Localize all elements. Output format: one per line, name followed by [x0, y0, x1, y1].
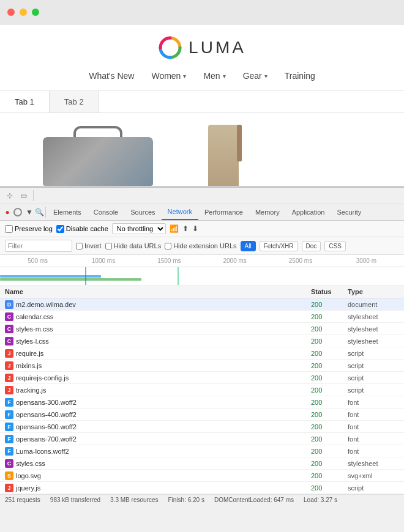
invert-checkbox[interactable]	[76, 243, 83, 249]
file-name: opensans-700.woff2	[16, 435, 77, 443]
maximize-dot[interactable]	[32, 9, 39, 16]
table-row[interactable]: F opensans-400.woff2 200 font	[0, 408, 404, 421]
table-row[interactable]: F opensans-600.woff2 200 font	[0, 421, 404, 433]
file-type-icon: J	[5, 386, 13, 394]
preserve-log-label[interactable]: Preserve log	[5, 225, 53, 233]
file-type-icon: J	[5, 349, 13, 358]
status-code: 200	[306, 385, 343, 395]
sep2	[45, 207, 46, 218]
nav-item-women[interactable]: Women ▾	[151, 68, 186, 83]
nav-item-men[interactable]: Men ▾	[203, 68, 225, 83]
status-code: 200	[306, 422, 343, 432]
status-code: 200	[306, 459, 343, 468]
file-type-icon: F	[5, 398, 13, 407]
download-icon[interactable]: ⬇	[192, 224, 198, 233]
devtools-tab-network[interactable]: Network	[162, 204, 198, 220]
table-row[interactable]: C calendar.css 200 stylesheet	[0, 311, 404, 323]
devtools-tab-application[interactable]: Application	[286, 205, 331, 220]
table-row[interactable]: F Luma-Icons.woff2 200 font	[0, 445, 404, 457]
bag-preview-2	[196, 113, 404, 186]
file-type-icon: F	[5, 435, 13, 443]
table-row[interactable]: J require.js 200 script	[0, 347, 404, 360]
filter-doc-button[interactable]: Doc	[302, 241, 321, 251]
resource-type: font	[343, 446, 404, 456]
devtools-tab-security[interactable]: Security	[331, 205, 367, 220]
devtools-toolbar: ⊹ ▭	[0, 188, 404, 204]
gear-chevron-icon: ▾	[264, 73, 267, 79]
hide-data-urls-label[interactable]: Hide data URLs	[105, 242, 162, 249]
transferred-size: 983 kB transferred	[50, 497, 100, 503]
devtools-tab-performance[interactable]: Performance	[198, 205, 249, 220]
status-code: 200	[306, 410, 343, 419]
table-row[interactable]: F opensans-300.woff2 200 font	[0, 396, 404, 408]
bag-strap	[237, 125, 242, 161]
devtools-tab-elements[interactable]: Elements	[47, 205, 88, 220]
luma-logo-icon	[158, 35, 182, 60]
bag-shape	[43, 137, 153, 186]
throttle-select[interactable]: No throttling	[112, 223, 166, 234]
table-row[interactable]: J mixins.js 200 script	[0, 360, 404, 372]
filter-css-button[interactable]: CSS	[324, 241, 346, 251]
tab-1[interactable]: Tab 1	[0, 91, 50, 113]
devtools-tab-memory[interactable]: Memory	[249, 205, 286, 220]
timeline-label-1000: 1000 ms	[70, 257, 136, 264]
th-name: Name	[0, 286, 306, 298]
network-controls-row2: Invert Hide data URLs Hide extension URL…	[0, 237, 404, 255]
invert-label[interactable]: Invert	[76, 242, 102, 249]
record-icon[interactable]: ●	[2, 207, 12, 217]
search-icon[interactable]: 🔍	[34, 207, 44, 217]
nav-item-training[interactable]: Training	[285, 68, 315, 83]
table-row[interactable]: C styles.css 200 stylesheet	[0, 457, 404, 470]
dom-loaded-time: DOMContentLoaded: 647 ms	[214, 497, 294, 503]
table-row[interactable]: C styles-l.css 200 stylesheet	[0, 335, 404, 347]
preserve-log-checkbox[interactable]	[5, 225, 13, 233]
devtools-tab-sources[interactable]: Sources	[124, 205, 161, 220]
nav-item-gear[interactable]: Gear ▾	[243, 68, 267, 83]
upload-icon[interactable]: ⬆	[182, 224, 189, 233]
filter-fetch-xhr-button[interactable]: Fetch/XHR	[260, 241, 298, 251]
bag-preview-1	[0, 113, 196, 186]
table-row[interactable]: C styles-m.css 200 stylesheet	[0, 323, 404, 335]
status-code: 200	[306, 336, 343, 346]
tab-2[interactable]: Tab 2	[50, 91, 99, 113]
close-dot[interactable]	[7, 9, 15, 16]
nav-item-whats-new[interactable]: What's New	[89, 68, 134, 83]
hide-data-urls-checkbox[interactable]	[105, 243, 112, 249]
element-picker-icon[interactable]: ⊹	[5, 191, 15, 201]
device-toolbar-icon[interactable]: ▭	[18, 191, 28, 201]
status-code: 200	[306, 483, 343, 493]
table-row[interactable]: J requirejs-config.js 200 script	[0, 372, 404, 384]
file-type-icon: D	[5, 300, 13, 309]
content-preview	[0, 113, 404, 187]
clear-icon[interactable]	[13, 208, 22, 216]
resource-type: script	[343, 349, 404, 358]
file-name: styles-l.css	[16, 338, 49, 345]
status-code: 200	[306, 471, 343, 481]
hide-ext-urls-checkbox[interactable]	[165, 243, 171, 249]
filter-input[interactable]	[5, 240, 72, 252]
file-name: m2.demo.wilma.dev	[16, 301, 76, 308]
table-row[interactable]: J tracking.js 200 script	[0, 384, 404, 396]
file-name: logo.svg	[16, 472, 41, 479]
filter-all-button[interactable]: All	[241, 241, 256, 251]
logo-area: LUMA	[158, 35, 246, 60]
devtools-tab-console[interactable]: Console	[88, 205, 124, 220]
file-name: styles-m.css	[16, 325, 53, 333]
resource-type: stylesheet	[343, 312, 404, 322]
timeline-label-1500: 1500 ms	[137, 257, 202, 264]
status-code: 200	[306, 300, 343, 309]
status-code: 200	[306, 397, 343, 407]
bag-handle	[73, 126, 122, 138]
disable-cache-checkbox[interactable]	[56, 225, 64, 233]
table-row[interactable]: D m2.demo.wilma.dev 200 document	[0, 298, 404, 311]
filter-icon[interactable]: ▼	[24, 207, 34, 217]
hide-ext-urls-label[interactable]: Hide extension URLs	[165, 242, 236, 249]
status-code: 200	[306, 434, 343, 444]
table-row[interactable]: J jquery.js 200 script	[0, 482, 404, 494]
file-name: requirejs-config.js	[16, 374, 69, 382]
minimize-dot[interactable]	[20, 9, 27, 16]
network-table[interactable]: Name Status Type D m2.demo.wilma.dev 200…	[0, 286, 404, 494]
table-row[interactable]: F opensans-700.woff2 200 font	[0, 433, 404, 445]
table-row[interactable]: S logo.svg 200 svg+xml	[0, 470, 404, 482]
disable-cache-label[interactable]: Disable cache	[56, 225, 108, 233]
